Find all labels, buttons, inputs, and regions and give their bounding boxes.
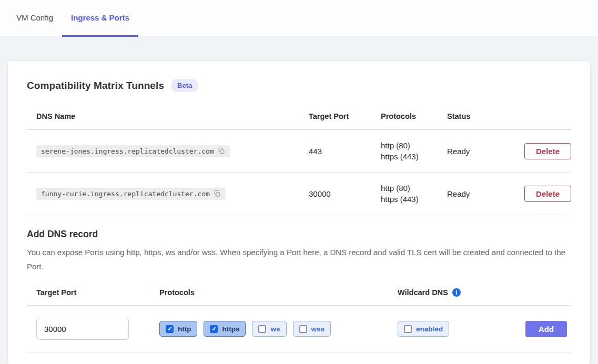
table-header-row: DNS Name Target Port Protocols Status [27, 105, 571, 130]
status-badge: Ready [447, 130, 521, 173]
chip-label: http [178, 325, 191, 333]
dns-name-chip: funny-curie.ingress.replicatedcluster.co… [36, 188, 226, 200]
page-title: Compatibility Matrix Tunnels [27, 80, 164, 92]
copy-icon[interactable] [218, 147, 225, 155]
protocol-line: https (443) [381, 194, 447, 205]
col-header-dns-name: DNS Name [27, 105, 309, 130]
chip-label: wss [311, 325, 325, 333]
col-header-actions [521, 105, 571, 130]
checkbox-icon [258, 325, 266, 333]
col-header-target-port: Target Port [309, 105, 381, 130]
beta-badge: Beta [171, 79, 198, 92]
target-port-cell: 30000 [309, 173, 381, 215]
add-dns-record-description: You can expose Ports using http, https, … [27, 245, 571, 274]
dns-name-chip: serene-jones.ingress.replicatedcluster.c… [36, 145, 230, 157]
delete-button[interactable]: Delete [524, 143, 571, 159]
card-title-row: Compatibility Matrix Tunnels Beta [27, 61, 571, 92]
info-icon[interactable] [452, 288, 461, 297]
protocol-line: http (80) [381, 140, 447, 151]
col-header-status: Status [447, 105, 521, 130]
protocol-checkbox-https[interactable]: https [204, 321, 246, 337]
delete-button[interactable]: Delete [524, 186, 571, 202]
table-row: serene-jones.ingress.replicatedcluster.c… [27, 130, 571, 173]
status-badge: Ready [447, 173, 521, 215]
tab-vm-config[interactable]: VM Config [7, 0, 62, 37]
form-label-target-port: Target Port [27, 288, 159, 297]
form-label-protocols: Protocols [159, 288, 398, 297]
chip-label: https [222, 325, 239, 333]
wildcard-enabled-checkbox[interactable]: enabled [398, 321, 449, 337]
wildcard-dns-label-text: Wildcard DNS [398, 288, 448, 297]
protocol-chips: http https ws wss [159, 321, 398, 337]
checkbox-icon [299, 325, 307, 333]
tab-ingress-ports[interactable]: Ingress & Ports [62, 0, 138, 37]
add-dns-form-row: http https ws wss enabled [27, 306, 571, 352]
form-labels-row: Target Port Protocols Wildcard DNS [27, 288, 571, 306]
protocol-line: http (80) [381, 183, 447, 194]
chip-label: ws [270, 325, 280, 333]
tunnels-card: Compatibility Matrix Tunnels Beta DNS Na… [7, 60, 591, 364]
main-area: Compatibility Matrix Tunnels Beta DNS Na… [0, 36, 598, 364]
add-dns-record-title: Add DNS record [27, 229, 571, 240]
chip-label: enabled [416, 325, 443, 333]
protocol-checkbox-ws[interactable]: ws [252, 321, 286, 337]
protocols-cell: http (80) https (443) [381, 130, 447, 173]
tab-bar: VM Config Ingress & Ports [0, 0, 598, 36]
target-port-cell: 443 [309, 130, 381, 173]
protocol-checkbox-wss[interactable]: wss [293, 321, 331, 337]
dns-name-text: serene-jones.ingress.replicatedcluster.c… [41, 147, 214, 155]
protocol-checkbox-http[interactable]: http [159, 321, 197, 337]
checkbox-icon [166, 325, 174, 333]
form-label-wildcard-dns: Wildcard DNS [398, 288, 571, 297]
col-header-protocols: Protocols [381, 105, 447, 130]
protocols-cell: http (80) https (443) [381, 173, 447, 215]
checkbox-icon [404, 325, 412, 333]
add-button[interactable]: Add [525, 321, 567, 337]
target-port-input[interactable] [36, 318, 129, 340]
dns-name-text: funny-curie.ingress.replicatedcluster.co… [41, 190, 210, 198]
copy-icon[interactable] [214, 190, 221, 197]
protocol-line: https (443) [381, 151, 447, 162]
tunnels-table: DNS Name Target Port Protocols Status se… [27, 105, 571, 215]
checkbox-icon [210, 325, 218, 333]
table-row: funny-curie.ingress.replicatedcluster.co… [27, 173, 571, 215]
